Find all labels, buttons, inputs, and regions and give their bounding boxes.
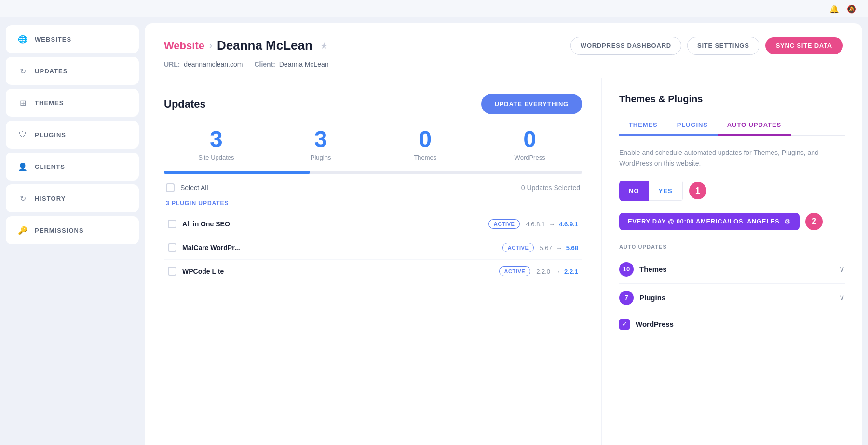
panel-title: Themes & Plugins (619, 94, 845, 105)
update-item-name-2: WPCode Lite (182, 267, 493, 275)
arrow-icon-2: → (554, 268, 560, 275)
update-item-name-1: MalCare WordPr... (182, 244, 497, 251)
tabs-row: THEMES PLUGINS AUTO UPDATES (619, 116, 845, 136)
stat-number-themes: 0 (419, 128, 432, 151)
breadcrumb-title: Deanna McLean (217, 38, 312, 53)
update-checkbox-1[interactable] (168, 243, 176, 252)
sidebar-item-clients[interactable]: 👤 CLIENTS (6, 153, 139, 181)
updates-title: Updates (164, 98, 206, 111)
sync-site-data-button[interactable]: SYNC SITE DATA (765, 37, 843, 54)
shield-icon: 🛡 (17, 129, 28, 140)
stat-site-updates: 3 Site Updates (164, 128, 269, 161)
notification-icon[interactable]: 🔕 (847, 4, 856, 14)
updates-header: Updates UPDATE EVERYTHING (164, 94, 582, 114)
layout-icon: ⊞ (17, 97, 28, 108)
page-header: Website › Deanna McLean ★ WORDPRESS DASH… (145, 23, 862, 78)
main-content: Website › Deanna McLean ★ WORDPRESS DASH… (145, 23, 862, 445)
client-label: Client: (254, 60, 275, 68)
sidebar: 🌐 WEBSITES ↻ UPDATES ⊞ THEMES 🛡 PLUGINS … (0, 17, 145, 445)
user-icon: 👤 (17, 161, 28, 172)
plugin-updates-header: 3 PLUGIN UPDATES (164, 200, 582, 207)
stat-label-plugins: Plugins (311, 154, 331, 161)
step-1-badge: 1 (689, 182, 706, 199)
auto-update-item-plugins: 7 Plugins ∨ (619, 284, 845, 312)
toggle-no-button[interactable]: NO (619, 181, 649, 201)
version-info-1: 5.67 → 5.68 (540, 244, 578, 251)
version-from-2: 2.2.0 (536, 268, 550, 275)
themes-expand-icon[interactable]: ∨ (839, 264, 845, 274)
updates-panel: Updates UPDATE EVERYTHING 3 Site Updates… (145, 78, 602, 445)
version-from-0: 4.6.8.1 (526, 221, 545, 228)
site-settings-button[interactable]: SITE SETTINGS (687, 37, 760, 55)
client-value: Deanna McLean (279, 60, 329, 68)
step-2-badge: 2 (805, 213, 823, 230)
wordpress-dashboard-button[interactable]: WORDPRESS DASHBOARD (570, 37, 681, 55)
updates-selected-text: 0 Updates Selected (521, 184, 580, 192)
plugins-count-badge: 7 (619, 291, 634, 305)
gear-icon[interactable]: ⚙ (784, 218, 791, 225)
select-all-checkbox[interactable] (166, 183, 175, 192)
version-from-1: 5.67 (540, 244, 552, 251)
sidebar-item-label-updates: UPDATES (35, 68, 68, 75)
wordpress-item: ✓ WordPress (619, 312, 845, 336)
sidebar-item-label-themes: THEMES (35, 99, 64, 107)
tab-plugins[interactable]: PLUGINS (667, 116, 718, 136)
active-badge-0: ACTIVE (488, 219, 520, 229)
schedule-badge[interactable]: EVERY DAY @ 00:00 AMERICA/LOS_ANGELES ⚙ (619, 213, 800, 230)
key-icon: 🔑 (17, 225, 28, 236)
themes-auto-update-name: Themes (639, 265, 667, 273)
toggle-yes-button[interactable]: YES (649, 181, 683, 201)
sidebar-item-label-plugins: PLUGINS (35, 131, 66, 139)
update-everything-button[interactable]: UPDATE EVERYTHING (481, 94, 582, 114)
themes-plugins-panel: Themes & Plugins THEMES PLUGINS AUTO UPD… (602, 78, 862, 445)
active-badge-2: ACTIVE (499, 266, 531, 276)
header-actions: WORDPRESS DASHBOARD SITE SETTINGS SYNC S… (570, 37, 843, 55)
progress-bar-container (164, 171, 582, 174)
stat-label-wordpress: WordPress (515, 154, 545, 161)
stat-plugins: 3 Plugins (269, 128, 373, 161)
version-to-2: 2.2.1 (564, 268, 578, 275)
update-checkbox-2[interactable] (168, 267, 176, 276)
sidebar-item-plugins[interactable]: 🛡 PLUGINS (6, 121, 139, 149)
tab-auto-updates[interactable]: AUTO UPDATES (718, 116, 791, 136)
stat-number-wordpress: 0 (523, 128, 536, 151)
sidebar-item-permissions[interactable]: 🔑 PERMISSIONS (6, 216, 139, 244)
version-to-0: 4.6.9.1 (559, 221, 578, 228)
breadcrumb: Website › Deanna McLean ★ (164, 38, 328, 53)
refresh-icon: ↻ (17, 66, 28, 76)
sidebar-item-websites[interactable]: 🌐 WEBSITES (6, 25, 139, 53)
version-info-2: 2.2.0 → 2.2.1 (536, 268, 578, 275)
url-value: deannamclean.com (184, 60, 243, 68)
tab-themes[interactable]: THEMES (619, 116, 667, 136)
update-checkbox-0[interactable] (168, 220, 176, 228)
plugins-expand-icon[interactable]: ∨ (839, 293, 845, 302)
toggle-container: NO YES (619, 181, 683, 201)
auto-updates-description: Enable and schedule automated updates fo… (619, 147, 845, 169)
header-meta: URL: deannamclean.com Client: Deanna McL… (164, 60, 843, 68)
sidebar-item-updates[interactable]: ↻ UPDATES (6, 57, 139, 85)
stat-label-themes: Themes (414, 154, 436, 161)
sidebar-item-label-permissions: PERMISSIONS (35, 227, 84, 234)
update-item-0: All in One SEO ACTIVE 4.6.8.1 → 4.6.9.1 (164, 212, 582, 236)
stat-label-site-updates: Site Updates (198, 154, 234, 161)
stat-wordpress: 0 WordPress (477, 128, 582, 161)
auto-update-item-themes: 10 Themes ∨ (619, 255, 845, 284)
stat-themes: 0 Themes (373, 128, 478, 161)
stats-row: 3 Site Updates 3 Plugins 0 Themes 0 Word… (164, 128, 582, 161)
bell-icon[interactable]: 🔔 (829, 4, 839, 14)
wordpress-checkbox[interactable]: ✓ (619, 319, 630, 330)
update-item-2: WPCode Lite ACTIVE 2.2.0 → 2.2.1 (164, 260, 582, 283)
select-all-label[interactable]: Select All (180, 184, 208, 192)
sidebar-item-history[interactable]: ↻ HISTORY (6, 184, 139, 212)
themes-count-badge: 10 (619, 262, 634, 277)
progress-bar-fill (164, 171, 310, 174)
update-item-name-0: All in One SEO (182, 220, 483, 228)
version-to-1: 5.68 (566, 244, 578, 251)
stat-number-plugins: 3 (314, 128, 327, 151)
plugins-auto-update-name: Plugins (639, 293, 665, 302)
arrow-icon-0: → (549, 221, 555, 228)
star-icon[interactable]: ★ (320, 41, 328, 51)
breadcrumb-website: Website (164, 40, 204, 52)
sidebar-item-themes[interactable]: ⊞ THEMES (6, 89, 139, 117)
app-body: 🌐 WEBSITES ↻ UPDATES ⊞ THEMES 🛡 PLUGINS … (0, 17, 868, 445)
